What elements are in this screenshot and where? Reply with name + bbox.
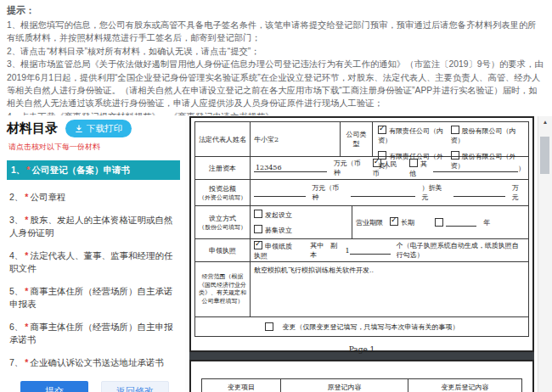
required-asterisk: * [25,215,28,225]
scroll-up-arrow[interactable]: ▲ [538,116,552,127]
blank-underline [453,188,505,197]
company-type-label: 公司类型 [340,122,372,156]
form-page-2: 变更项目 原登记内容 变更后登记内容 [189,360,534,392]
action-buttons: 提交 返回修改 [20,381,180,392]
notice-panel: 提示： 1、根据您填写的信息，您公司有股东或高管不具备电子签名条件，该笔申请将提… [0,0,552,115]
option: 股份有限公司（内资） [451,126,524,145]
row-registered-capital: 注册资本 123456 万元（币种 人民币 其他 ） [195,156,528,179]
material-item-address-commitment[interactable]: 6、*商事主体住所（经营场所）自主申报承诺书 [7,319,180,348]
item-number: 6、 [9,322,23,332]
business-scope-label: 经营范围（根据《国民经济行业分类》、有关规定和公司章程填写） [195,262,250,316]
preview-scrollbar[interactable]: ▲ [538,116,552,392]
back-modify-button[interactable]: 返回修改 [101,381,169,392]
item-label: 商事主体住所（经营场所）自主承诺申报表 [9,286,172,309]
item-number: 3、 [9,215,23,225]
sidebar-hint: 请点击核对以下每一份材料 [8,142,180,153]
checkbox-icon [451,126,459,134]
required-asterisk: * [25,286,28,296]
material-item-service-address[interactable]: 7、*企业确认诉讼文书送达地址承诺书 [7,355,180,371]
item-number: 1、 [11,165,25,175]
item-number: 2、 [9,192,23,202]
download-print-label: 下载打印 [87,123,122,135]
establishment-options: 发起设立 募集设立 [250,206,352,238]
option: 申领纸质执照 [254,241,298,260]
row-business-scope: 经营范围（根据《国民经济行业分类》、有关规定和公司章程填写） 航空模拟机飞行模拟… [195,261,528,316]
checkbox-checked-icon [254,241,262,249]
required-asterisk: * [25,322,28,332]
scrollbar-thumb[interactable] [540,137,549,174]
blank-underline [446,218,476,227]
material-item-articles[interactable]: 2、*公司章程 [7,189,180,205]
currency-rmb: 人民币 [373,159,403,178]
material-item-application-form[interactable]: 1、*公司登记（备案）申请书 [7,160,180,180]
close-paren: ） [518,164,525,173]
checkbox-checked-icon [373,159,381,167]
investment-content: 万元（币种 ）折美元 万元 [250,180,528,205]
change-line: 变更（仅限变更登记填写，只填写与本次申请有关的事项） [195,317,528,336]
notice-title: 提示： [7,4,544,17]
business-term: 营业期限 长期 年 [352,206,528,238]
blank-underline [254,188,306,197]
checkbox-icon [451,151,459,160]
checkbox-checked-icon [378,126,386,134]
required-asterisk: * [25,192,28,202]
item-number: 7、 [9,357,23,367]
reg-capital-label: 注册资本 [195,157,250,179]
row-establishment-method: 设立方式 （股份公司填写） 发起设立 募集设立 营业期限 长期 [195,205,528,238]
currency-other: 其他 [409,159,433,178]
form-page-1: 法定代表人姓名 牛小宝2 公司类型 有限责任公司（内资） 股份有限公司（内资） … [189,116,534,352]
item-number: 5、 [9,286,23,296]
item-label: 股东、发起人的主体资格证明或自然人身份证明 [9,215,172,238]
item-number: 4、 [9,250,23,260]
option: 有限责任公司（内资） [378,126,451,145]
download-print-button[interactable]: 下载打印 [65,120,132,137]
business-scope-value: 航空模拟机飞行模拟训练相关软件开发.. [250,262,528,316]
registration-form-table: 法定代表人姓名 牛小宝2 公司类型 有限责任公司（内资） 股份有限公司（内资） … [194,121,529,337]
row-legal-representative: 法定代表人姓名 牛小宝2 公司类型 有限责任公司（内资） 股份有限公司（内资） … [195,122,528,156]
item-label: 法定代表人、董事、监事和经理的任职文件 [9,250,172,273]
row-change-registration: 变更（仅限变更登记填写，只填写与本次申请有关的事项） [195,316,528,336]
change-table-header: 变更项目 原登记内容 变更后登记内容 [201,378,522,392]
notice-line: 4、点击下载《商事登记提交材料规范》、《商事登记申请文书规范》。 [7,110,544,115]
option: 募集设立 [254,225,292,235]
required-asterisk: * [26,165,30,175]
required-asterisk: * [25,250,28,260]
checkbox-icon [265,322,273,331]
material-item-address-declaration[interactable]: 5、*商事主体住所（经营场所）自主承诺申报表 [7,283,180,312]
row-total-investment: 投资总额 （外资公司填写） 万元（币种 ）折美元 万元 [195,179,528,205]
blank-underline [350,246,391,255]
checkbox-icon [254,225,262,233]
reg-capital-value: 123456 [254,164,327,172]
notice-line: 3、根据市场监管总局《关于依法做好遏制冒用他人身份证信息办理公司登记违法行为有关… [7,58,544,110]
checkbox-icon [409,159,418,167]
item-label: 企业确认诉讼文书送达地址承诺书 [30,357,164,367]
materials-sidebar: 材料目录 下载打印 请点击核对以下每一份材料 1、*公司登记（备案）申请书 2、… [0,116,185,392]
submit-button[interactable]: 提交 [20,381,88,392]
document-pages: 法定代表人姓名 牛小宝2 公司类型 有限责任公司（内资） 股份有限公司（内资） … [189,116,534,392]
item-label: 公司章程 [30,192,65,202]
main-area: 材料目录 下载打印 请点击核对以下每一份材料 1、*公司登记（备案）申请书 2、… [0,116,552,392]
unit-text: 万元（币种 [334,159,366,177]
checkbox-icon [254,210,262,218]
required-asterisk: * [25,357,28,367]
option: 发起设立 [254,210,292,220]
company-type-options: 有限责任公司（内资） 股份有限公司（内资） 有限责任公司（外资） 股份有限公司（… [372,122,528,156]
blank-underline [433,164,518,172]
form-preview-pane: 法定代表人姓名 牛小宝2 公司类型 有限责任公司（内资） 股份有限公司（内资） … [185,116,552,392]
license-content: 申领纸质执照 其中 副本 1 个（电子执照系统自动生成，纸质执照自行勾选） [250,239,528,261]
download-icon [75,125,83,133]
legal-rep-label: 法定代表人姓名 [195,122,250,156]
material-item-shareholder-id[interactable]: 3、*股东、发起人的主体资格证明或自然人身份证明 [7,212,180,241]
change-item-header: 变更项目 [202,379,280,392]
term-label: 营业期限 [356,218,383,227]
notice-line: 2、请点击“材料目录”核对所有材料，如确认无误，请点击“提交”； [7,45,544,58]
row-license-request: 申领执照 申领纸质执照 其中 副本 1 个（电子执照系统自动生成，纸质执照自行勾… [195,238,528,261]
license-label: 申领执照 [195,239,250,261]
original-content-header: 原登记内容 [280,379,408,392]
reg-capital-content: 123456 万元（币种 人民币 其他 ） [250,157,528,179]
item-label: 公司登记（备案）申请书 [31,165,130,175]
material-item-appointment-docs[interactable]: 4、*法定代表人、董事、监事和经理的任职文件 [7,248,180,277]
checkbox-checked-icon [390,217,398,226]
notice-line: 1、根据您填写的信息，您公司有股东或高管不具备电子签名条件，该笔申请将提交给登记… [7,19,544,45]
checkbox-icon [435,218,443,227]
